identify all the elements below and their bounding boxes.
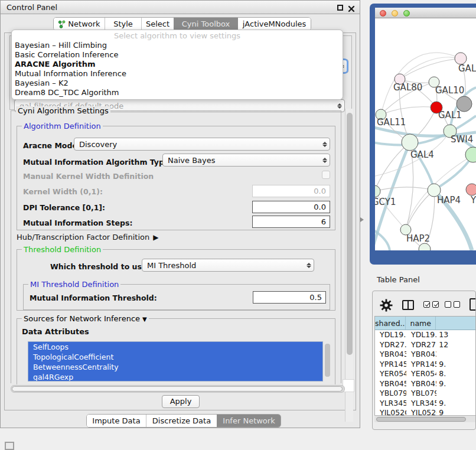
tab-discretize-data[interactable]: Discretize Data [146, 415, 217, 427]
table-header-row[interactable]: shared...name [375, 317, 476, 330]
mi-threshold-field[interactable]: 0.5 [253, 291, 326, 304]
hub-definition-expander[interactable]: Hub/Transcription Factor Definition▶ [17, 233, 159, 242]
attribute-item-betweennesscentrality[interactable]: BetweennessCentrality [28, 362, 322, 372]
attribute-item-topologicalcoefficient[interactable]: TopologicalCoefficient [28, 352, 322, 362]
algorithm-option-mutual-information-inference[interactable]: Mutual Information Inference [12, 69, 343, 79]
network-edge[interactable] [400, 57, 461, 79]
settings-horizontal-scrollbar[interactable] [11, 385, 345, 393]
gear-icon[interactable] [380, 299, 393, 312]
algorithm-option-basic-correlation-inference[interactable]: Basic Correlation Inference [12, 50, 343, 60]
algorithm-option-bayesian-k2[interactable]: Bayesian – K2 [12, 79, 343, 88]
algorithm-option-aracne-algorithm[interactable]: ARACNE Algorithm [12, 60, 343, 69]
settings-vertical-scrollbar[interactable] [345, 109, 353, 422]
close-icon[interactable] [348, 4, 355, 11]
tab-select[interactable]: Select [141, 18, 174, 30]
splitter-handle-icon[interactable] [360, 217, 364, 222]
scrollbar-thumb[interactable] [12, 386, 343, 392]
zoom-traffic-light-icon[interactable] [403, 10, 410, 17]
group-title: Algorithm Definition [22, 122, 103, 131]
network-edge[interactable] [381, 107, 436, 115]
table-row[interactable]: YDR27...YDR27...12 [375, 340, 476, 350]
network-node-salmon[interactable] [466, 184, 476, 195]
table-row[interactable]: YIL052CYIL052C9 [375, 408, 476, 415]
mi-steps-field[interactable]: 6 [252, 216, 330, 228]
dpi-tolerance-label: DPI Tolerance [0,1]: [23, 203, 105, 212]
network-window-titlebar[interactable] [375, 8, 476, 18]
mi-type-label: Mutual Information Algorithm Type: [23, 158, 172, 167]
node-label-swi4: SWI4 [451, 134, 473, 145]
table-row[interactable]: YLR345WYLR345W9. [375, 399, 476, 409]
column-header-shared[interactable]: shared... [375, 317, 406, 330]
minimize-traffic-light-icon[interactable] [392, 10, 398, 17]
algorithm-options-list: Bayesian – Hill ClimbingBasic Correlatio… [12, 41, 343, 97]
control-panel-titlebar[interactable]: Control Panel [1, 1, 360, 14]
network-edge[interactable] [400, 58, 461, 79]
float-icon[interactable] [337, 5, 343, 11]
network-canvas[interactable]: GALGAL80GAL10GAL1GAL11SWI4GAL4GCY1HAP4YH… [375, 18, 476, 250]
attributes-scrollbar[interactable] [324, 343, 331, 380]
table-row[interactable]: YER054CYER054C8. [375, 369, 476, 379]
manual-kernel-checkbox[interactable] [322, 171, 330, 179]
dpi-tolerance-field[interactable]: 0.0 [252, 201, 330, 213]
close-traffic-light-icon[interactable] [380, 10, 386, 17]
algorithm-option-bayesian-hill-climbing[interactable]: Bayesian – Hill Climbing [12, 41, 343, 50]
network-node-gcy1[interactable] [375, 185, 380, 197]
scrollbar-thumb[interactable] [347, 113, 353, 355]
deselect-all-checkboxes-icon[interactable] [445, 301, 460, 308]
table-row[interactable]: YBL079WYBL079W [375, 389, 476, 399]
table-row[interactable]: YPR145WYPR145W9. [375, 360, 476, 370]
aracne-mode-combo[interactable]: Discovery [74, 138, 330, 151]
table-horizontal-scrollbar[interactable] [374, 415, 476, 422]
cyni-bottom-tabs: Impute DataDiscretize DataInfer Network [86, 414, 281, 428]
node-label-hap2: HAP2 [406, 233, 430, 244]
minimized-panel-icon[interactable] [5, 442, 14, 450]
table-cell: YBR043C [375, 350, 406, 360]
tab-jactivemnodules[interactable]: jActiveMNodules [237, 18, 311, 30]
which-threshold-combo[interactable]: MI Threshold [142, 259, 314, 272]
kernel-width-field[interactable]: 0.0 [252, 185, 330, 197]
control-panel-tabs: NetworkStyleSelectCyni ToolboxjActiveMNo… [53, 17, 311, 31]
network-node-gal4[interactable] [402, 134, 418, 151]
document-icon[interactable] [470, 298, 476, 311]
node-label-gal1: GAL1 [438, 110, 462, 120]
column-header-name[interactable]: name [406, 317, 435, 330]
sources-expander[interactable]: Sources for Network Inference▼ [22, 314, 149, 323]
attribute-item-gal4rgexp[interactable]: gal4RGexp [28, 372, 322, 381]
table-panel-title: Table Panel [377, 275, 420, 284]
network-node-biggreen[interactable] [465, 147, 476, 162]
scrollbar-thumb[interactable] [325, 344, 330, 377]
mi-type-combo[interactable]: Naive Bayes [162, 154, 330, 167]
expand-arrow-icon: ▶ [153, 233, 158, 242]
scrollbar-thumb[interactable] [376, 417, 466, 422]
table-cell: YDR27... [375, 340, 406, 350]
network-node-galtop[interactable] [455, 53, 467, 64]
apply-button[interactable]: Apply [162, 395, 200, 408]
table-row[interactable]: YDL19...YDL19...13 [375, 330, 476, 340]
combo-stepper-icon [320, 158, 330, 163]
table-row[interactable]: YBR045CYBR045C9. [375, 379, 476, 389]
network-edge[interactable] [375, 228, 390, 250]
mi-threshold-label: Mutual Information Threshold: [30, 294, 157, 302]
data-attributes-list[interactable]: SelfLoopsTopologicalCoefficientBetweenne… [28, 341, 323, 381]
tab-impute-data[interactable]: Impute Data [87, 415, 146, 427]
tab-cyni-toolbox[interactable]: Cyni Toolbox [174, 18, 237, 30]
tab-infer-network[interactable]: Infer Network [217, 415, 281, 427]
attribute-item-selfloops[interactable]: SelfLoops [28, 342, 322, 352]
combo-text: MI Threshold [142, 261, 304, 270]
column-header[interactable] [436, 317, 476, 330]
table-row[interactable]: YBR043CYBR043C [375, 350, 476, 360]
select-all-checkboxes-icon[interactable] [423, 301, 439, 308]
network-node-bottom[interactable] [419, 243, 431, 250]
screen: Control Panel NetworkStyleSelectCyni Too… [0, 0, 476, 450]
sources-group: Sources for Network Inference▼ Data Attr… [17, 318, 335, 384]
algorithm-definition-group: Algorithm Definition Aracne Mode: Discov… [17, 126, 335, 230]
mi-steps-label: Mutual Information Steps: [23, 219, 132, 227]
tab-network[interactable]: Network [54, 18, 105, 30]
data-attributes-label: Data Attributes [22, 327, 89, 336]
network-edge[interactable] [375, 187, 434, 191]
columns-icon[interactable] [402, 300, 414, 310]
tab-style[interactable]: Style [105, 18, 141, 30]
network-edge[interactable] [406, 190, 434, 230]
algorithm-option-dream8-dc-tdc-algorithm[interactable]: Dream8 DC_TDC Algorithm [12, 88, 343, 97]
table-cell: 8. [436, 369, 476, 379]
